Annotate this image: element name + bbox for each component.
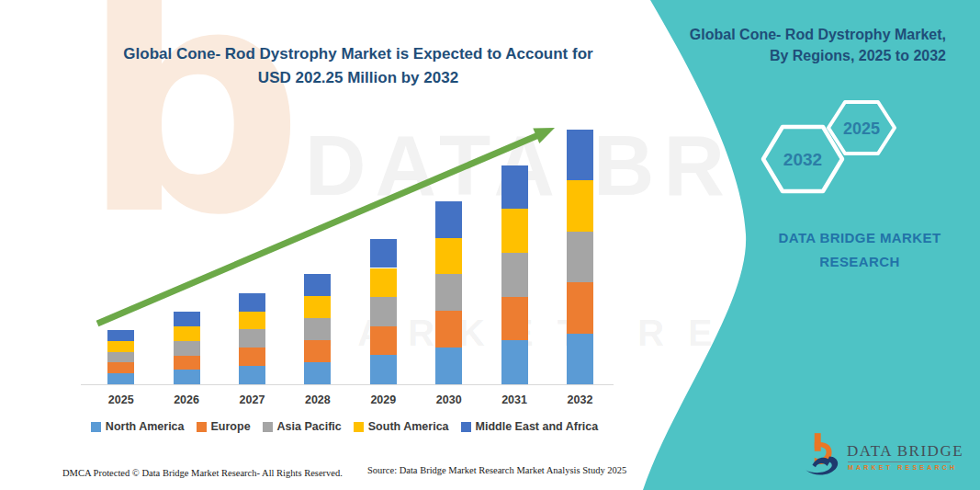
legend-item-north-america: North America	[91, 420, 185, 433]
bar-segment-europe-2027	[239, 348, 265, 366]
bar-segment-middle-east-and-africa-2029	[370, 239, 397, 268]
legend-swatch	[91, 422, 101, 432]
logo-title: DATA BRIDGE	[847, 442, 963, 461]
data-bridge-logo-icon	[803, 432, 843, 480]
bar-segment-middle-east-and-africa-2031	[501, 165, 528, 210]
logo-divider	[848, 462, 951, 462]
bar-segment-asia-pacific-2026	[174, 341, 200, 356]
bar-segment-north-america-2029	[370, 355, 397, 384]
bar-segment-south-america-2026	[174, 326, 200, 341]
x-axis-label-2025: 2025	[88, 393, 153, 406]
bar-segment-north-america-2030	[435, 348, 462, 384]
chart-legend: North AmericaEuropeAsia PacificSouth Ame…	[66, 420, 623, 433]
bar-segment-middle-east-and-africa-2027	[239, 293, 265, 312]
bar-segment-europe-2025	[107, 362, 134, 373]
x-axis-label-2027: 2027	[220, 393, 285, 406]
bar-segment-middle-east-and-africa-2032	[567, 130, 593, 180]
bar-segment-south-america-2032	[567, 180, 593, 232]
bar-segment-europe-2030	[435, 311, 462, 348]
footer-source-text: Source: Data Bridge Market Research Mark…	[367, 465, 626, 475]
legend-item-europe: Europe	[197, 420, 251, 433]
infographic-canvas: b DATA BRIDGE MARKET RESEARCH 2025 2032 …	[0, 0, 980, 490]
bar-segment-south-america-2025	[107, 341, 134, 352]
bar-segment-asia-pacific-2032	[567, 232, 593, 283]
bar-segment-south-america-2027	[239, 312, 265, 330]
legend-swatch	[354, 422, 364, 432]
panel-heading: Global Cone- Rod Dystrophy Market, By Re…	[634, 24, 946, 66]
legend-swatch	[197, 422, 207, 432]
bar-segment-north-america-2032	[567, 334, 593, 385]
chart-title-line1: Global Cone- Rod Dystrophy Market is Exp…	[78, 42, 638, 66]
panel-heading-line2: By Regions, 2025 to 2032	[634, 45, 946, 66]
x-axis-label-2031: 2031	[481, 393, 546, 406]
bar-segment-middle-east-and-africa-2028	[304, 274, 331, 296]
bar-segment-asia-pacific-2027	[239, 329, 265, 348]
bar-segment-south-america-2030	[435, 238, 462, 275]
legend-item-middle-east-and-africa: Middle East and Africa	[461, 420, 599, 433]
bar-segment-north-america-2026	[174, 370, 200, 384]
bar-segment-asia-pacific-2028	[304, 318, 331, 340]
bar-segment-middle-east-and-africa-2030	[435, 201, 462, 238]
legend-item-south-america: South America	[354, 420, 449, 433]
panel-brand-line2: RESEARCH	[746, 250, 974, 274]
bar-segment-asia-pacific-2030	[435, 274, 462, 311]
bar-segment-middle-east-and-africa-2025	[107, 330, 134, 341]
bar-segment-north-america-2031	[501, 340, 528, 384]
bar-segment-europe-2031	[501, 297, 528, 341]
legend-label: Middle East and Africa	[476, 420, 599, 433]
bar-segment-north-america-2028	[304, 362, 331, 384]
x-axis-label-2028: 2028	[285, 393, 350, 406]
footer-dmca-text: DMCA Protected © Data Bridge Market Rese…	[62, 468, 343, 478]
bar-segment-middle-east-and-africa-2026	[174, 312, 200, 326]
legend-label: South America	[368, 420, 449, 433]
plot-area	[88, 120, 614, 384]
legend-label: Asia Pacific	[277, 420, 342, 433]
bar-segment-europe-2028	[304, 340, 331, 362]
x-axis-line	[81, 384, 614, 385]
chart-title: Global Cone- Rod Dystrophy Market is Exp…	[78, 42, 638, 90]
logo-subtitle: MARKET RESEARCH	[848, 464, 957, 471]
legend-label: Europe	[211, 420, 251, 433]
x-axis-label-2030: 2030	[416, 393, 481, 406]
legend-label: North America	[106, 420, 185, 433]
bar-segment-europe-2029	[370, 326, 397, 356]
hexagon-2032-label: 2032	[783, 150, 822, 169]
x-axis-label-2032: 2032	[547, 393, 613, 406]
bar-segment-europe-2032	[567, 282, 593, 334]
bar-segment-south-america-2028	[304, 296, 331, 318]
bar-segment-south-america-2031	[501, 209, 528, 253]
bar-segment-europe-2026	[174, 355, 200, 370]
legend-swatch	[461, 422, 471, 432]
hexagon-2025-label: 2025	[843, 120, 880, 138]
panel-heading-line1: Global Cone- Rod Dystrophy Market,	[634, 24, 946, 45]
bar-segment-asia-pacific-2025	[107, 352, 134, 363]
bar-segment-north-america-2025	[107, 373, 134, 384]
chart-title-line2: USD 202.25 Million by 2032	[78, 66, 638, 90]
x-axis-labels: 20252026202720282029203020312032	[88, 393, 614, 410]
data-bridge-logo: DATA BRIDGE MARKET RESEARCH	[803, 430, 968, 482]
bar-segment-asia-pacific-2029	[370, 297, 397, 326]
legend-item-asia-pacific: Asia Pacific	[263, 420, 342, 433]
legend-swatch	[263, 422, 273, 432]
x-axis-label-2026: 2026	[153, 393, 219, 406]
bar-segment-north-america-2027	[239, 366, 265, 384]
panel-brand-line1: DATA BRIDGE MARKET	[746, 226, 974, 250]
bar-segment-asia-pacific-2031	[501, 253, 528, 297]
panel-brand-text: DATA BRIDGE MARKET RESEARCH	[746, 226, 974, 274]
bar-segment-south-america-2029	[370, 268, 397, 298]
x-axis-label-2029: 2029	[351, 393, 416, 406]
